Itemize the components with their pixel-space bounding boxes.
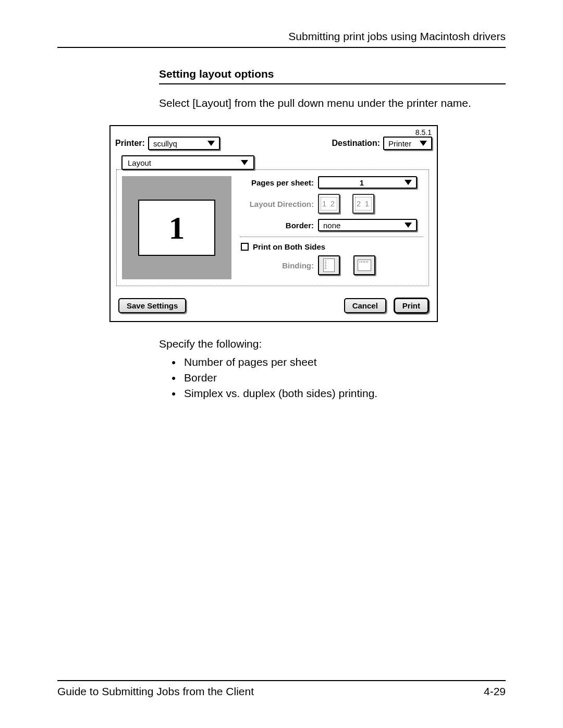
bullet-icon: • (170, 356, 177, 369)
dialog-version: 8.5.1 (415, 128, 432, 137)
border-label: Border: (240, 221, 318, 230)
panel-divider (240, 237, 423, 237)
header-rule (57, 47, 506, 48)
layout-direction-lr-button[interactable]: 1 2 (318, 194, 340, 214)
footer-title: Guide to Submitting Jobs from the Client (57, 685, 254, 698)
chevron-down-icon (207, 141, 215, 146)
preview-sheet: 1 (138, 200, 215, 256)
binding-side-icon (323, 258, 335, 272)
list-item-text: Number of pages per sheet (184, 356, 316, 368)
panel-tab-value: Layout (128, 158, 151, 167)
list-item-text: Simplex vs. duplex (both sides) printing… (184, 387, 377, 400)
bullet-icon: • (170, 387, 177, 401)
pages-per-sheet-value: 1 (323, 178, 400, 187)
post-lead: Specify the following: (159, 337, 506, 351)
print-both-sides-label: Print on Both Sides (253, 242, 325, 251)
printer-select[interactable]: scullyq (148, 137, 220, 150)
print-label: Print (402, 301, 420, 310)
save-settings-button[interactable]: Save Settings (118, 298, 186, 313)
list-item-text: Border (184, 372, 217, 384)
page-preview: 1 (122, 176, 231, 279)
printer-label: Printer: (115, 139, 145, 148)
binding-label: Binding: (240, 261, 318, 270)
panel-tab-select[interactable]: Layout (121, 155, 254, 170)
cancel-button[interactable]: Cancel (344, 298, 386, 313)
border-select-value: none (323, 221, 340, 230)
footer-pagenum: 4-29 (484, 685, 506, 698)
border-select[interactable]: none (318, 219, 417, 231)
print-dialog: 8.5.1 Printer: scullyq Destination: Prin… (109, 125, 438, 322)
chevron-down-icon (405, 180, 412, 185)
binding-top-button[interactable] (353, 255, 375, 275)
pages-per-sheet-select[interactable]: 1 (318, 176, 417, 189)
bullet-icon: • (170, 372, 177, 385)
chevron-down-icon (241, 160, 248, 165)
destination-select[interactable]: Printer (383, 137, 432, 150)
list-item: • Number of pages per sheet (170, 356, 506, 369)
printer-select-value: scullyq (153, 139, 177, 148)
running-head: Submitting print jobs using Macintosh dr… (57, 30, 506, 47)
binding-top-icon (358, 260, 371, 271)
layout-direction-rl-glyph: 2 1 (357, 200, 370, 208)
section-intro: Select [Layout] from the pull down menu … (159, 96, 506, 110)
print-both-sides-checkbox[interactable] (241, 243, 249, 251)
cancel-label: Cancel (352, 301, 378, 310)
list-item: • Simplex vs. duplex (both sides) printi… (170, 387, 506, 401)
layout-direction-lr-glyph: 1 2 (322, 200, 335, 208)
section-title: Setting layout options (159, 68, 506, 84)
list-item: • Border (170, 372, 506, 385)
destination-select-value: Printer (388, 139, 411, 148)
chevron-down-icon (420, 141, 427, 146)
save-settings-label: Save Settings (127, 301, 178, 310)
binding-side-button[interactable] (318, 255, 340, 275)
layout-panel: 1 Pages per sheet: 1 (116, 169, 429, 286)
preview-page-number: 1 (169, 209, 185, 246)
layout-direction-rl-button[interactable]: 2 1 (352, 194, 374, 214)
pages-per-sheet-label: Pages per sheet: (240, 178, 318, 187)
print-button[interactable]: Print (394, 298, 429, 314)
destination-label: Destination: (332, 139, 380, 148)
layout-direction-label: Layout Direction: (240, 200, 318, 208)
chevron-down-icon (405, 223, 412, 228)
